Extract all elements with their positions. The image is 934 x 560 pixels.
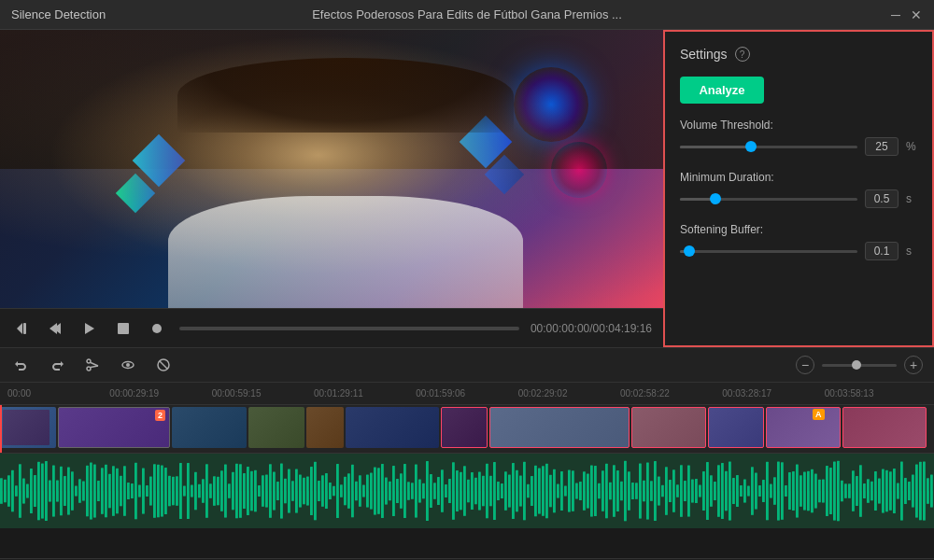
record-button[interactable] [146,317,168,340]
ruler-mark-1: 00:00:29:19 [109,388,211,399]
volume-threshold-unit: % [906,140,917,153]
track-segment-2[interactable]: 2 [58,407,170,448]
zoom-in-button[interactable]: + [904,356,923,374]
volume-threshold-group: Volume Threshold: 25 % [680,119,917,156]
help-icon[interactable]: ? [735,47,750,62]
volume-threshold-slider[interactable] [680,146,857,148]
redo-button[interactable] [47,355,67,375]
svg-rect-68 [97,491,100,501]
title-bar-controls[interactable]: ─ ✕ [889,8,923,21]
svg-rect-486 [878,491,881,504]
softening-buffer-thumb[interactable] [684,245,695,257]
svg-rect-416 [747,491,750,496]
disable-button[interactable] [153,355,174,375]
svg-rect-130 [213,491,216,506]
svg-rect-40 [45,491,48,521]
track-segment-6[interactable] [346,407,439,448]
zoom-slider[interactable] [822,364,897,367]
scissors-button[interactable] [82,355,103,375]
svg-rect-342 [609,491,612,499]
svg-rect-504 [912,491,914,507]
analyze-button[interactable]: Analyze [680,77,764,104]
track-segment-4[interactable] [248,407,304,448]
volume-threshold-label: Volume Threshold: [680,119,917,132]
svg-rect-26 [19,491,21,518]
svg-rect-76 [112,491,115,516]
play-back-button[interactable] [45,317,67,340]
svg-rect-328 [583,491,586,511]
svg-rect-498 [900,491,903,520]
svg-rect-86 [131,491,134,498]
svg-line-10 [91,366,98,368]
volume-threshold-row: 25 % [680,137,917,156]
svg-line-14 [160,361,167,369]
close-button[interactable]: ✕ [910,8,923,21]
undo-button[interactable] [11,355,32,375]
svg-rect-38 [41,491,44,518]
svg-rect-288 [508,491,511,507]
zoom-out-button[interactable]: − [796,356,814,374]
svg-rect-396 [710,491,713,507]
step-back-button[interactable] [11,317,34,340]
track-segment-1[interactable] [0,407,56,448]
toolbar-right: − + [796,356,923,374]
video-track[interactable]: 2 A A [0,405,934,454]
svg-rect-210 [362,491,365,497]
svg-rect-44 [52,491,55,516]
svg-rect-118 [191,491,193,497]
svg-rect-164 [276,491,279,500]
svg-rect-108 [172,491,175,505]
timeline: 00:00 00:00:29:19 00:00:59:15 00:01:29:1… [0,383,934,558]
track-segment-11[interactable] [766,407,841,448]
svg-rect-268 [471,491,474,510]
softening-buffer-value[interactable]: 0.1 [865,242,899,260]
svg-rect-382 [684,491,686,501]
svg-marker-4 [85,323,94,334]
track-segment-10[interactable] [708,407,764,448]
svg-rect-98 [153,491,156,518]
minimum-duration-slider[interactable] [680,198,857,201]
svg-rect-140 [232,491,234,510]
svg-rect-506 [915,491,918,517]
svg-rect-426 [766,491,769,520]
svg-rect-452 [814,491,817,509]
svg-rect-502 [908,491,911,500]
svg-rect-468 [844,491,847,498]
audio-track[interactable] [0,454,934,528]
title-bar-center: Efectos Poderosos Para Edits de Fútbol G… [312,7,622,21]
progress-bar[interactable] [179,327,519,330]
svg-rect-162 [273,491,276,510]
svg-rect-58 [78,491,81,503]
svg-rect-422 [758,491,761,497]
volume-threshold-value[interactable]: 25 [865,137,899,156]
svg-rect-216 [374,491,376,514]
track-segment-7[interactable] [441,407,488,448]
track-segment-5[interactable] [306,407,344,448]
svg-rect-28 [22,491,25,503]
ruler-mark-3: 00:01:29:11 [314,388,416,399]
minimum-duration-thumb[interactable] [710,193,721,204]
svg-rect-464 [837,491,840,521]
svg-rect-104 [164,491,167,514]
track-segment-9[interactable] [631,407,706,448]
track-segment-3[interactable] [172,407,247,448]
track-segment-8[interactable] [489,407,630,448]
svg-rect-224 [389,491,391,500]
svg-rect-78 [116,491,119,513]
stop-button[interactable] [112,317,134,340]
svg-rect-218 [377,491,380,514]
volume-threshold-thumb[interactable] [745,141,757,152]
eye-button[interactable] [118,355,138,375]
play-button[interactable] [78,317,101,340]
minimize-button[interactable]: ─ [889,8,902,21]
softening-buffer-label: Softening Buffer: [680,223,917,236]
track-segment-12[interactable] [842,407,927,448]
svg-rect-30 [26,491,29,498]
minimum-duration-value[interactable]: 0.5 [865,189,899,208]
zoom-thumb[interactable] [852,360,861,370]
svg-rect-348 [620,491,623,500]
svg-rect-352 [628,491,630,511]
softening-buffer-slider[interactable] [680,250,857,253]
svg-rect-450 [811,491,814,512]
svg-rect-74 [108,491,111,508]
